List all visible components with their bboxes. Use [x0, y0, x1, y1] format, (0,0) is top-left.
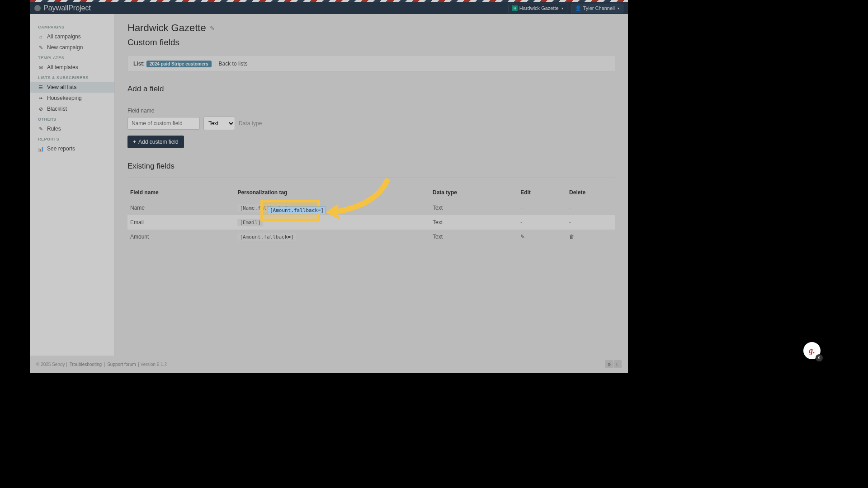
org-name: Hardwick Gazette	[519, 5, 559, 11]
user-name: Tyler Channell	[583, 5, 615, 11]
th-edit: Edit	[518, 185, 566, 201]
add-custom-field-button[interactable]: +Add custom field	[127, 136, 184, 148]
main-content: Hardwick Gazette ✎ Custom fields List: 2…	[115, 14, 628, 373]
th-name: Field name	[127, 185, 235, 201]
personalization-tag[interactable]: [Name,fallback=]	[237, 204, 290, 212]
edit-icon[interactable]: ✎	[520, 234, 525, 240]
sidebar-item-see-reports[interactable]: 📊See reports	[30, 143, 114, 154]
table-row: Amount [Amount,fallback=] Text ✎ 🗑	[127, 230, 615, 244]
th-tag: Personalization tag	[235, 185, 430, 201]
footer-version: Version 6.1.2	[141, 362, 167, 367]
chevron-down-icon: ▾	[618, 6, 619, 10]
home-icon: ⌂	[38, 34, 43, 39]
fab-badge: 9	[816, 354, 823, 361]
org-dropdown[interactable]: H Hardwick Gazette ▾	[508, 4, 567, 13]
divider	[127, 100, 615, 100]
brand-name: PaywallProject	[43, 4, 91, 12]
page-subtitle: Custom fields	[127, 38, 615, 47]
delete-icon[interactable]: 🗑	[569, 234, 575, 240]
sidebar-section-lists: LISTS & SUBSCRIBERS	[30, 73, 114, 82]
footer-troubleshoot-link[interactable]: Troubleshooting	[70, 362, 102, 367]
footer-support-link[interactable]: Support forum	[107, 362, 136, 367]
sidebar-item-new-campaign[interactable]: ✎New campaign	[30, 42, 114, 53]
leaf-icon: ❧	[38, 95, 43, 101]
field-name-input[interactable]	[127, 117, 200, 130]
sidebar-item-all-campaigns[interactable]: ⌂All campaigns	[30, 31, 114, 42]
table-row: Email [Email] Text - -	[127, 215, 615, 230]
sidebar-section-templates: TEMPLATES	[30, 53, 114, 62]
envelope-icon: ✉	[38, 65, 43, 70]
dark-mode-icon[interactable]: ☾	[613, 360, 622, 368]
field-name-label: Field name	[127, 108, 615, 114]
back-to-lists-link[interactable]: Back to lists	[219, 61, 248, 67]
sidebar-item-rules[interactable]: ✎Rules	[30, 123, 114, 134]
th-type: Data type	[430, 185, 518, 201]
sidebar-item-blacklist[interactable]: ⊘Blacklist	[30, 103, 114, 114]
user-dropdown[interactable]: 👤 Tyler Channell ▾	[571, 4, 623, 13]
sidebar: CAMPAIGNS ⌂All campaigns ✎New campaign T…	[30, 14, 115, 373]
compose-icon: ✎	[38, 45, 43, 51]
sidebar-item-housekeeping[interactable]: ❧Housekeeping	[30, 93, 114, 103]
sidebar-section-others: OTHERS	[30, 114, 114, 123]
data-type-select[interactable]: Text	[203, 117, 235, 130]
sidebar-item-view-all-lists[interactable]: ☰View all lists	[30, 82, 114, 93]
fields-table: Field name Personalization tag Data type…	[127, 185, 615, 244]
list-context-bar: List: 2024 paid Stripe customers | Back …	[127, 56, 615, 72]
chart-icon: 📊	[38, 146, 43, 152]
divider	[127, 177, 615, 178]
add-field-heading: Add a field	[127, 84, 615, 94]
plus-icon: +	[133, 139, 136, 145]
list-icon: ☰	[38, 84, 43, 90]
list-badge[interactable]: 2024 paid Stripe customers	[146, 61, 212, 67]
data-type-hint: Data type	[239, 120, 262, 127]
top-bar: PaywallProject H Hardwick Gazette ▾ 👤 Ty…	[30, 2, 628, 14]
sidebar-section-reports: REPORTS	[30, 134, 114, 143]
personalization-tag[interactable]: [Email]	[237, 219, 263, 226]
footer: © 2025 Sendy | Troubleshooting | Support…	[30, 356, 628, 373]
ban-icon: ⊘	[38, 106, 43, 112]
sidebar-section-campaigns: CAMPAIGNS	[30, 22, 114, 31]
table-row: Name [Name,fallback=] Text - -	[127, 201, 615, 216]
personalization-tag[interactable]: [Amount,fallback=]	[237, 233, 296, 241]
sidebar-item-all-templates[interactable]: ✉All templates	[30, 62, 114, 73]
settings-icon[interactable]: ⚙	[605, 360, 613, 368]
page-title: Hardwick Gazette	[127, 22, 206, 34]
org-badge: H	[512, 5, 518, 11]
footer-copyright: © 2025 Sendy	[36, 362, 65, 367]
edit-title-icon[interactable]: ✎	[210, 25, 215, 32]
pencil-icon: ✎	[38, 126, 43, 132]
brand-logo	[34, 5, 41, 11]
chevron-down-icon: ▾	[561, 6, 563, 10]
list-label: List:	[133, 61, 145, 67]
th-delete: Delete	[566, 185, 615, 201]
user-icon: 👤	[575, 5, 581, 11]
existing-fields-heading: Existing fields	[127, 162, 615, 171]
